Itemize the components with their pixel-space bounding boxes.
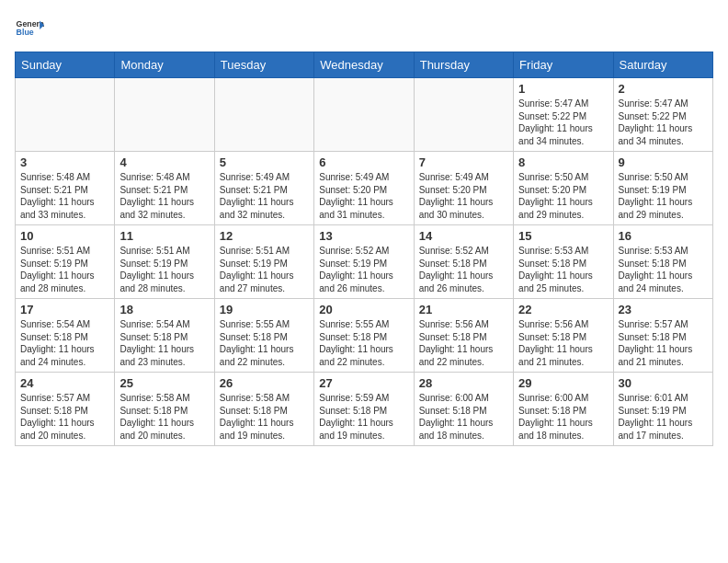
logo-icon: General Blue (15, 15, 44, 44)
cell-info: Sunrise: 5:55 AMSunset: 5:18 PMDaylight:… (319, 318, 408, 368)
day-number: 27 (319, 376, 408, 390)
cell-info: Sunrise: 5:49 AMSunset: 5:20 PMDaylight:… (419, 171, 508, 221)
col-header-friday: Friday (514, 52, 613, 78)
calendar-cell: 6Sunrise: 5:49 AMSunset: 5:20 PMDaylight… (314, 152, 414, 225)
col-header-monday: Monday (115, 52, 214, 78)
calendar-cell: 29Sunrise: 6:00 AMSunset: 5:18 PMDayligh… (514, 373, 613, 446)
day-number: 30 (619, 376, 708, 390)
cell-info: Sunrise: 5:52 AMSunset: 5:18 PMDaylight:… (419, 245, 508, 294)
cell-info: Sunrise: 5:51 AMSunset: 5:19 PMDaylight:… (220, 245, 309, 294)
day-number: 28 (419, 376, 508, 390)
col-header-sunday: Sunday (16, 52, 115, 78)
day-number: 4 (119, 155, 209, 169)
week-row-3: 10Sunrise: 5:51 AMSunset: 5:19 PMDayligh… (16, 225, 713, 299)
day-number: 29 (518, 376, 608, 390)
calendar-cell: 20Sunrise: 5:55 AMSunset: 5:18 PMDayligh… (314, 299, 414, 373)
week-row-4: 17Sunrise: 5:54 AMSunset: 5:18 PMDayligh… (16, 299, 713, 373)
cell-info: Sunrise: 5:54 AMSunset: 5:18 PMDaylight:… (119, 318, 209, 368)
day-number: 13 (319, 229, 408, 243)
week-row-1: 1Sunrise: 5:47 AMSunset: 5:22 PMDaylight… (16, 78, 713, 152)
cell-info: Sunrise: 6:01 AMSunset: 5:19 PMDaylight:… (619, 392, 708, 442)
cell-info: Sunrise: 5:58 AMSunset: 5:18 PMDaylight:… (220, 392, 309, 442)
cell-info: Sunrise: 5:47 AMSunset: 5:22 PMDaylight:… (619, 98, 708, 147)
day-number: 23 (619, 303, 708, 316)
calendar-header-row: SundayMondayTuesdayWednesdayThursdayFrid… (16, 52, 713, 78)
col-header-wednesday: Wednesday (314, 52, 414, 78)
calendar-cell (414, 78, 513, 152)
week-row-5: 24Sunrise: 5:57 AMSunset: 5:18 PMDayligh… (16, 373, 713, 446)
calendar-cell: 1Sunrise: 5:47 AMSunset: 5:22 PMDaylight… (514, 78, 613, 152)
cell-info: Sunrise: 5:56 AMSunset: 5:18 PMDaylight:… (419, 318, 508, 368)
day-number: 14 (419, 229, 508, 243)
calendar-cell: 27Sunrise: 5:59 AMSunset: 5:18 PMDayligh… (314, 373, 414, 446)
cell-info: Sunrise: 5:57 AMSunset: 5:18 PMDaylight:… (619, 318, 708, 368)
calendar-cell: 11Sunrise: 5:51 AMSunset: 5:19 PMDayligh… (115, 225, 214, 299)
cell-info: Sunrise: 5:55 AMSunset: 5:18 PMDaylight:… (220, 318, 309, 368)
cell-info: Sunrise: 5:57 AMSunset: 5:18 PMDaylight:… (20, 392, 109, 442)
day-number: 26 (220, 376, 309, 390)
calendar-cell (214, 78, 313, 152)
cell-info: Sunrise: 5:47 AMSunset: 5:22 PMDaylight:… (518, 98, 608, 147)
day-number: 3 (20, 155, 109, 169)
cell-info: Sunrise: 5:50 AMSunset: 5:19 PMDaylight:… (619, 171, 708, 221)
calendar-cell: 17Sunrise: 5:54 AMSunset: 5:18 PMDayligh… (16, 299, 115, 373)
calendar-cell: 28Sunrise: 6:00 AMSunset: 5:18 PMDayligh… (414, 373, 513, 446)
calendar-cell: 13Sunrise: 5:52 AMSunset: 5:19 PMDayligh… (314, 225, 414, 299)
week-row-2: 3Sunrise: 5:48 AMSunset: 5:21 PMDaylight… (16, 152, 713, 225)
calendar-cell: 21Sunrise: 5:56 AMSunset: 5:18 PMDayligh… (414, 299, 513, 373)
cell-info: Sunrise: 5:48 AMSunset: 5:21 PMDaylight:… (20, 171, 109, 221)
calendar-cell: 15Sunrise: 5:53 AMSunset: 5:18 PMDayligh… (514, 225, 613, 299)
calendar-cell: 16Sunrise: 5:53 AMSunset: 5:18 PMDayligh… (613, 225, 712, 299)
calendar-cell (314, 78, 414, 152)
day-number: 18 (119, 303, 209, 316)
day-number: 11 (119, 229, 209, 243)
calendar-cell: 12Sunrise: 5:51 AMSunset: 5:19 PMDayligh… (214, 225, 313, 299)
calendar-cell: 4Sunrise: 5:48 AMSunset: 5:21 PMDaylight… (115, 152, 214, 225)
cell-info: Sunrise: 5:51 AMSunset: 5:19 PMDaylight:… (20, 245, 109, 294)
calendar-cell: 3Sunrise: 5:48 AMSunset: 5:21 PMDaylight… (16, 152, 115, 225)
svg-text:Blue: Blue (17, 28, 34, 37)
day-number: 17 (20, 303, 109, 316)
day-number: 15 (518, 229, 608, 243)
cell-info: Sunrise: 5:53 AMSunset: 5:18 PMDaylight:… (619, 245, 708, 294)
calendar-cell: 24Sunrise: 5:57 AMSunset: 5:18 PMDayligh… (16, 373, 115, 446)
col-header-thursday: Thursday (414, 52, 513, 78)
cell-info: Sunrise: 5:59 AMSunset: 5:18 PMDaylight:… (319, 392, 408, 442)
day-number: 25 (119, 376, 209, 390)
cell-info: Sunrise: 5:49 AMSunset: 5:21 PMDaylight:… (220, 171, 309, 221)
calendar-cell: 8Sunrise: 5:50 AMSunset: 5:20 PMDaylight… (514, 152, 613, 225)
cell-info: Sunrise: 5:51 AMSunset: 5:19 PMDaylight:… (119, 245, 209, 294)
cell-info: Sunrise: 6:00 AMSunset: 5:18 PMDaylight:… (419, 392, 508, 442)
calendar-cell: 2Sunrise: 5:47 AMSunset: 5:22 PMDaylight… (613, 78, 712, 152)
cell-info: Sunrise: 6:00 AMSunset: 5:18 PMDaylight:… (518, 392, 608, 442)
day-number: 9 (619, 155, 708, 169)
day-number: 16 (619, 229, 708, 243)
calendar-cell: 7Sunrise: 5:49 AMSunset: 5:20 PMDaylight… (414, 152, 513, 225)
calendar-cell: 5Sunrise: 5:49 AMSunset: 5:21 PMDaylight… (214, 152, 313, 225)
calendar-cell: 30Sunrise: 6:01 AMSunset: 5:19 PMDayligh… (613, 373, 712, 446)
cell-info: Sunrise: 5:56 AMSunset: 5:18 PMDaylight:… (518, 318, 608, 368)
col-header-saturday: Saturday (613, 52, 712, 78)
day-number: 8 (518, 155, 608, 169)
day-number: 1 (518, 82, 608, 96)
cell-info: Sunrise: 5:50 AMSunset: 5:20 PMDaylight:… (518, 171, 608, 221)
day-number: 21 (419, 303, 508, 316)
day-number: 24 (20, 376, 109, 390)
cell-info: Sunrise: 5:48 AMSunset: 5:21 PMDaylight:… (119, 171, 209, 221)
logo: General Blue (15, 15, 44, 44)
day-number: 5 (220, 155, 309, 169)
cell-info: Sunrise: 5:53 AMSunset: 5:18 PMDaylight:… (518, 245, 608, 294)
day-number: 10 (20, 229, 109, 243)
day-number: 19 (220, 303, 309, 316)
day-number: 20 (319, 303, 408, 316)
cell-info: Sunrise: 5:52 AMSunset: 5:19 PMDaylight:… (319, 245, 408, 294)
col-header-tuesday: Tuesday (214, 52, 313, 78)
calendar-cell: 26Sunrise: 5:58 AMSunset: 5:18 PMDayligh… (214, 373, 313, 446)
cell-info: Sunrise: 5:49 AMSunset: 5:20 PMDaylight:… (319, 171, 408, 221)
calendar-cell (16, 78, 115, 152)
calendar-cell: 25Sunrise: 5:58 AMSunset: 5:18 PMDayligh… (115, 373, 214, 446)
day-number: 22 (518, 303, 608, 316)
calendar-cell: 19Sunrise: 5:55 AMSunset: 5:18 PMDayligh… (214, 299, 313, 373)
page-header: General Blue (15, 15, 713, 44)
day-number: 7 (419, 155, 508, 169)
